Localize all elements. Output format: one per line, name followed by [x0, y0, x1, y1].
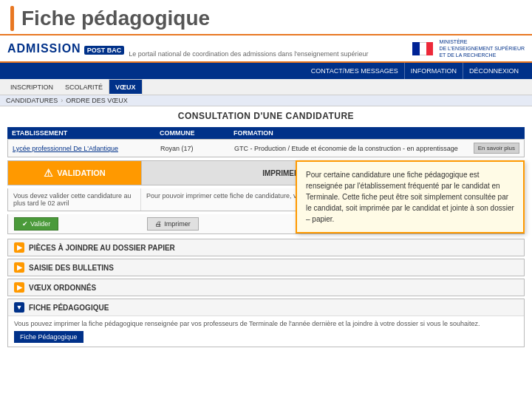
- subnav-scolarite[interactable]: SCOLARITÉ: [59, 79, 109, 95]
- ministry-text: MINISTÈRE DE L'ENSEIGNEMENT SUPÉRIEUR ET…: [439, 38, 525, 58]
- accordion-bulletins-label: SAISIE DES BULLETINS: [29, 264, 114, 272]
- topbar-right: MINISTÈRE DE L'ENSEIGNEMENT SUPÉRIEUR ET…: [412, 38, 525, 58]
- accordion-voeux-label: VŒUX ORDONNÉS: [29, 284, 96, 292]
- flag-blue: [412, 42, 419, 55]
- validation-label: VALIDATION: [57, 168, 106, 177]
- accordion-voeux: ▶ VŒUX ORDONNÉS: [7, 279, 525, 296]
- accordion-pieces-header[interactable]: ▶ PIÈCES À JOINDRE AU DOSSIER PAPIER: [8, 239, 524, 256]
- fiche-header[interactable]: ▼ FICHE PÉDAGOGIQUE: [8, 299, 524, 316]
- breadcrumb: CANDIDATURES › ORDRE DES VŒUX: [0, 95, 532, 106]
- td-formation: GTC - Production / Etude et économie de …: [230, 145, 469, 152]
- logo-text: ADMISSION: [7, 42, 81, 55]
- logo-postbac: POST BAC: [84, 46, 125, 55]
- td-etablissement[interactable]: Lycée professionnel De L'Atlantique: [8, 145, 156, 152]
- validation-text-left: Vous devez valider cette candidature au …: [8, 188, 141, 211]
- breadcrumb-candidatures[interactable]: CANDIDATURES: [6, 97, 58, 104]
- flag-white: [420, 42, 426, 55]
- french-flag: [412, 42, 433, 55]
- nav-item-contact[interactable]: CONTACT/MES MESSAGES: [305, 63, 405, 79]
- section-title: CONSULTATION D'UNE CANDIDATURE: [7, 111, 525, 121]
- accordion-pieces-label: PIÈCES À JOINDRE AU DOSSIER PAPIER: [29, 244, 175, 252]
- slide-title: Fiche pédagogique: [21, 7, 210, 30]
- td-commune: Royan (17): [156, 145, 230, 152]
- validation-left: ⚠ VALIDATION: [8, 161, 141, 185]
- th-commune: COMMUNE: [155, 129, 229, 137]
- check-icon: ✔: [22, 220, 28, 228]
- fiche-label: FICHE PÉDAGOGIQUE: [29, 304, 109, 312]
- fiche-btn[interactable]: Fiche Pédagogique: [14, 331, 83, 343]
- accordion-bulletins-header[interactable]: ▶ SAISIE DES BULLETINS: [8, 259, 524, 276]
- table-row: Lycée professionnel De L'Atlantique Roya…: [7, 139, 525, 157]
- en-savoir-plus-button[interactable]: En savoir plus: [474, 143, 519, 154]
- nav-item-information[interactable]: INFORMATION: [405, 63, 463, 79]
- fiche-body: Vous pouvez imprimer la fiche pédagogiqu…: [8, 316, 524, 347]
- accordion-bulletins: ▶ SAISIE DES BULLETINS: [7, 259, 525, 276]
- tooltip-text: Pour certaine candidature une fiche péda…: [306, 171, 514, 223]
- subnav: INSCRIPTION SCOLARITÉ VŒUX: [0, 79, 532, 95]
- logo-admission: ADMISSION POST BAC: [7, 42, 124, 55]
- topbar-subtitle: Le portail national de coordination des …: [129, 50, 368, 58]
- subnav-voeux[interactable]: VŒUX: [109, 79, 143, 95]
- td-action: En savoir plus: [469, 143, 524, 154]
- th-etablissement: ETABLISSEMENT: [7, 129, 155, 137]
- tooltip-box: Pour certaine candidature une fiche péda…: [296, 160, 525, 233]
- table-header: ETABLISSEMENT COMMUNE FORMATION: [7, 127, 525, 139]
- topbar: ADMISSION POST BAC Le portail national d…: [0, 35, 532, 63]
- slide-bar-decoration: [10, 6, 14, 31]
- slide-header: Fiche pédagogique: [0, 0, 532, 35]
- accordion-bulletins-icon: ▶: [14, 262, 24, 273]
- main-content: CONSULTATION D'UNE CANDIDATURE ETABLISSE…: [0, 106, 532, 354]
- th-formation: FORMATION: [229, 129, 525, 137]
- valider-button[interactable]: ✔ Valider: [14, 217, 58, 231]
- accordion-voeux-header[interactable]: ▶ VŒUX ORDONNÉS: [8, 279, 524, 296]
- nav-item-deconnexion[interactable]: DÉCONNEXION: [463, 63, 525, 79]
- fiche-open-icon: ▼: [14, 302, 24, 313]
- printer-icon: 🖨: [155, 220, 162, 228]
- accordion-voeux-icon: ▶: [14, 282, 24, 293]
- accordion-pieces-icon: ▶: [14, 242, 24, 253]
- fiche-section: ▼ FICHE PÉDAGOGIQUE Vous pouvez imprimer…: [7, 299, 525, 347]
- fiche-body-text: Vous pouvez imprimer la fiche pédagogiqu…: [14, 320, 480, 327]
- flag-red: [426, 42, 433, 55]
- valider-label: Valider: [30, 220, 50, 228]
- accordion-pieces: ▶ PIÈCES À JOINDRE AU DOSSIER PAPIER: [7, 239, 525, 256]
- subnav-inscription[interactable]: INSCRIPTION: [4, 79, 59, 95]
- navbar: CONTACT/MES MESSAGES INFORMATION DÉCONNE…: [0, 63, 532, 79]
- warning-icon: ⚠: [44, 167, 53, 179]
- breadcrumb-sep: ›: [61, 97, 63, 104]
- breadcrumb-ordre-voeux[interactable]: ORDRE DES VŒUX: [66, 97, 128, 104]
- imprimer-label: Imprimer: [164, 220, 191, 228]
- imprimer-button[interactable]: 🖨 Imprimer: [147, 217, 199, 231]
- validation-container: ⚠ VALIDATION IMPRIMER LA FICHE DE CANDID…: [7, 160, 525, 234]
